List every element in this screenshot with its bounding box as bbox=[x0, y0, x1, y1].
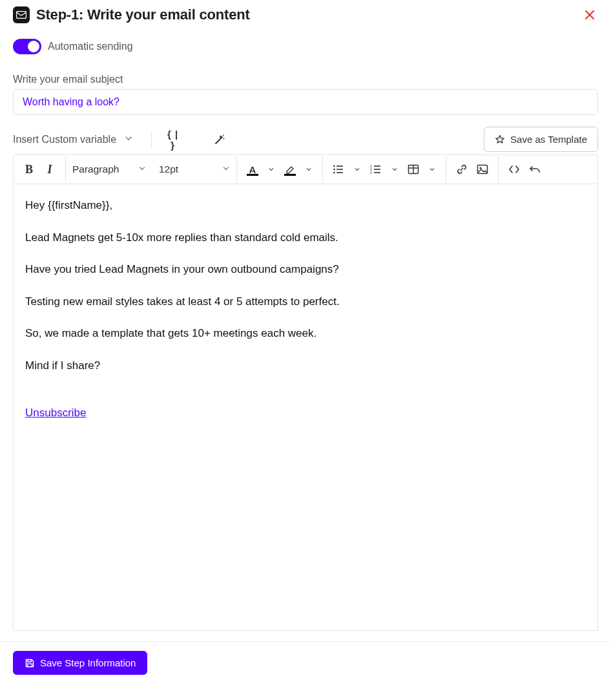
highlight-color-button[interactable] bbox=[280, 159, 300, 180]
undo-button[interactable] bbox=[524, 159, 545, 180]
chevron-down-icon bbox=[222, 164, 230, 175]
bullet-list-dropdown[interactable] bbox=[349, 159, 366, 180]
mail-icon bbox=[13, 6, 30, 23]
code-icon bbox=[508, 165, 520, 174]
image-icon bbox=[477, 164, 488, 175]
table-icon bbox=[408, 164, 419, 175]
bullet-list-button[interactable] bbox=[328, 159, 349, 180]
svg-point-2 bbox=[223, 134, 224, 136]
insert-custom-variable-label: Insert Custom variable bbox=[13, 134, 116, 145]
body-paragraph: So, we made a template that gets 10+ mee… bbox=[25, 325, 586, 342]
highlighter-icon bbox=[285, 165, 295, 174]
numbered-list-button[interactable]: 1 2 3 bbox=[366, 159, 386, 180]
bold-button[interactable]: B bbox=[19, 159, 39, 180]
text-color-icon: A bbox=[249, 164, 256, 175]
body-paragraph: Mind if I share? bbox=[25, 357, 586, 374]
body-paragraph: Hey {{firstName}}, bbox=[25, 197, 586, 214]
svg-rect-10 bbox=[374, 165, 380, 167]
highlight-color-swatch bbox=[284, 174, 296, 176]
image-button[interactable] bbox=[472, 159, 493, 180]
chevron-down-icon bbox=[268, 166, 274, 173]
block-format-value: Paragraph bbox=[72, 164, 119, 175]
numbered-list-icon: 1 2 3 bbox=[370, 164, 382, 175]
star-icon bbox=[495, 134, 505, 145]
italic-icon: I bbox=[47, 163, 52, 176]
table-dropdown[interactable] bbox=[424, 159, 440, 180]
automatic-sending-label: Automatic sending bbox=[48, 41, 133, 52]
body-paragraph: Have you tried Lead Magnets in your own … bbox=[25, 261, 586, 278]
unsubscribe-link[interactable]: Unsubscribe bbox=[25, 407, 87, 419]
automatic-sending-toggle[interactable] bbox=[13, 39, 41, 54]
font-size-dropdown[interactable]: 12pt bbox=[152, 159, 236, 180]
save-icon bbox=[25, 658, 35, 668]
undo-icon bbox=[529, 165, 541, 174]
svg-rect-4 bbox=[337, 165, 343, 167]
save-step-label: Save Step Information bbox=[40, 657, 136, 668]
subject-input[interactable] bbox=[13, 89, 598, 115]
subject-field-label: Write your email subject bbox=[13, 74, 598, 85]
body-paragraph: Testing new email styles takes at least … bbox=[25, 293, 586, 310]
svg-rect-8 bbox=[337, 172, 343, 173]
modal-footer: Save Step Information bbox=[0, 641, 611, 684]
text-color-button[interactable]: A bbox=[242, 159, 263, 180]
bold-icon: B bbox=[25, 163, 33, 176]
chevron-down-icon bbox=[138, 164, 146, 175]
body-paragraph: Lead Magnets get 5-10x more replies than… bbox=[25, 229, 586, 246]
highlight-color-dropdown[interactable] bbox=[300, 159, 317, 180]
svg-rect-18 bbox=[478, 165, 488, 174]
link-button[interactable] bbox=[451, 159, 472, 180]
divider bbox=[151, 131, 152, 148]
insert-custom-variable-dropdown[interactable]: Insert Custom variable bbox=[13, 130, 136, 149]
svg-text:3: 3 bbox=[370, 171, 372, 175]
italic-button[interactable]: I bbox=[39, 159, 60, 180]
text-color-dropdown[interactable] bbox=[263, 159, 280, 180]
editor-toolbar: B I Paragraph 12pt bbox=[14, 155, 597, 184]
rich-text-editor: B I Paragraph 12pt bbox=[13, 154, 598, 631]
link-icon bbox=[456, 164, 468, 175]
source-code-button[interactable] bbox=[504, 159, 524, 180]
numbered-list-dropdown[interactable] bbox=[386, 159, 403, 180]
svg-point-7 bbox=[333, 172, 335, 174]
svg-point-19 bbox=[480, 167, 482, 169]
svg-point-5 bbox=[333, 169, 335, 171]
page-title: Step-1: Write your email content bbox=[36, 6, 250, 23]
chevron-down-icon bbox=[391, 166, 398, 173]
chevron-down-icon bbox=[354, 166, 360, 173]
chevron-down-icon bbox=[124, 134, 133, 145]
editor-body[interactable]: Hey {{firstName}}, Lead Magnets get 5-10… bbox=[14, 184, 597, 630]
ai-magic-button[interactable] bbox=[211, 131, 228, 148]
svg-point-3 bbox=[333, 165, 335, 167]
save-as-template-label: Save as Template bbox=[510, 134, 587, 145]
text-color-swatch bbox=[247, 174, 258, 176]
svg-point-1 bbox=[223, 138, 225, 139]
svg-rect-6 bbox=[337, 169, 343, 170]
svg-rect-14 bbox=[374, 172, 380, 173]
bullet-list-icon bbox=[333, 164, 344, 175]
chevron-down-icon bbox=[306, 166, 312, 173]
svg-rect-12 bbox=[374, 169, 380, 170]
close-icon bbox=[584, 9, 595, 21]
save-step-button[interactable]: Save Step Information bbox=[13, 651, 147, 675]
font-size-value: 12pt bbox=[159, 164, 178, 175]
save-as-template-button[interactable]: Save as Template bbox=[484, 127, 598, 152]
chevron-down-icon bbox=[429, 166, 435, 173]
close-button[interactable] bbox=[581, 6, 598, 23]
table-button[interactable] bbox=[403, 159, 424, 180]
toggle-knob bbox=[28, 41, 39, 52]
modal-header: Step-1: Write your email content bbox=[13, 6, 598, 23]
braces-icon: { | } bbox=[167, 129, 184, 151]
svg-rect-0 bbox=[17, 12, 26, 19]
magic-wand-icon bbox=[213, 133, 226, 146]
insert-variable-braces-button[interactable]: { | } bbox=[167, 131, 184, 148]
block-format-dropdown[interactable]: Paragraph bbox=[66, 159, 152, 180]
